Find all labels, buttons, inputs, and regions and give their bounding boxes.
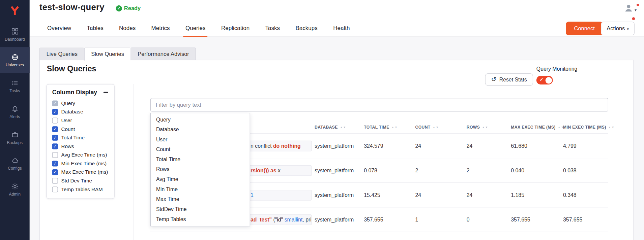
filter-dropdown-item-stddev-time[interactable]: StdDev Time — [151, 204, 250, 214]
filter-dropdown-item-rows[interactable]: Rows — [151, 165, 250, 175]
subtab-performance-advisor[interactable]: Performance Advisor — [130, 47, 196, 60]
filter-dropdown-item-avg-time[interactable]: Avg Time — [151, 175, 250, 185]
filter-dropdown-item-total-time[interactable]: Total Time — [151, 155, 250, 165]
column-option-label: User — [61, 117, 72, 123]
queries-content: Live QueriesSlow QueriesPerformance Advi… — [30, 37, 644, 240]
actions-button[interactable]: Actions▾ — [601, 22, 635, 35]
column-option-label: Max Exec Time (ms) — [61, 169, 108, 175]
checkbox-database[interactable]: ✓ — [52, 109, 58, 114]
slow-queries-table-area: DATABASE▲▼TOTAL TIME▲▼COUNT▲▼ROWS▲▼MAX E… — [150, 60, 608, 240]
min_exec-cell: 4.799 — [563, 143, 608, 149]
checkbox-max-exec-time-ms[interactable]: ✓ — [52, 169, 58, 175]
subtab-live-queries[interactable]: Live Queries — [39, 47, 84, 60]
filter-dropdown-item-min-time[interactable]: Min Time — [151, 184, 250, 195]
tab-tables[interactable]: Tables — [79, 20, 111, 37]
checkbox-min-exec-time-ms[interactable]: ✓ — [52, 161, 58, 166]
checkbox-temp-tables-ram[interactable] — [52, 186, 58, 192]
tab-health[interactable]: Health — [325, 20, 358, 37]
checkbox-std-dev-time[interactable] — [52, 178, 58, 183]
sidebar-item-label: Tasks — [9, 89, 20, 93]
column-header-max_exec[interactable]: MAX EXEC TIME (MS)▲▼ — [511, 125, 563, 129]
sidebar-item-admin[interactable]: Admin — [0, 176, 30, 202]
column-option-label: Count — [61, 126, 75, 132]
column-header-label: COUNT — [415, 125, 430, 129]
filter-dropdown-item-user[interactable]: User — [151, 135, 250, 145]
tab-overview[interactable]: Overview — [39, 20, 79, 37]
connect-button[interactable]: Connect — [566, 22, 603, 35]
query-filter-input[interactable] — [150, 98, 608, 111]
sidebar-item-dashboard[interactable]: Dashboard — [0, 21, 30, 47]
checkbox-avg-exec-time-ms[interactable] — [52, 152, 58, 158]
rows-cell: 24 — [467, 143, 511, 149]
checkbox-total-time[interactable]: ✓ — [52, 135, 58, 140]
chevron-down-icon: ▾ — [627, 27, 629, 31]
column-header-min_exec[interactable]: MIN EXEC TIME (MS)▲▼ — [563, 125, 608, 129]
checkbox-count[interactable]: ✓ — [52, 126, 58, 132]
column-option-max-exec-time-ms[interactable]: ✓Max Exec Time (ms) — [47, 168, 114, 176]
sort-icon: ▲▼ — [391, 126, 398, 129]
sort-icon: ▲▼ — [340, 126, 346, 129]
query-segment: ad_test" — [251, 216, 272, 222]
filter-dropdown-item-count[interactable]: Count — [151, 145, 250, 155]
tab-backups[interactable]: Backups — [288, 20, 325, 37]
column-option-user[interactable]: User — [47, 116, 114, 125]
tasks-icon — [11, 79, 19, 87]
sidebar-item-tasks[interactable]: Tasks — [0, 73, 30, 99]
query-segment: ("id" — [272, 216, 285, 222]
min_exec-cell: 0.038 — [563, 167, 608, 173]
sidebar-item-alerts[interactable]: Alerts — [0, 99, 30, 125]
nav-tabs: OverviewTablesNodesMetricsQueriesReplica… — [39, 20, 358, 37]
sidebar-item-universes[interactable]: Universes — [0, 47, 30, 73]
sidebar: DashboardUniversesTasksAlertsBackupsConf… — [0, 0, 30, 240]
filter-dropdown-item-temp-tables[interactable]: Temp Tables — [151, 214, 250, 225]
collapse-button[interactable] — [103, 90, 109, 94]
subtab-slow-queries[interactable]: Slow Queries — [84, 47, 130, 61]
sidebar-item-backups[interactable]: Backups — [0, 125, 30, 150]
tab-metrics[interactable]: Metrics — [143, 20, 177, 37]
column-option-total-time[interactable]: ✓Total Time — [47, 133, 114, 142]
query-subtabs: Live QueriesSlow QueriesPerformance Advi… — [39, 47, 196, 61]
checkbox-user[interactable] — [52, 117, 58, 123]
sidebar-item-configs[interactable]: Configs — [0, 150, 30, 176]
column-option-avg-exec-time-ms[interactable]: Avg Exec Time (ms) — [47, 150, 114, 159]
column-header-rows[interactable]: ROWS▲▼ — [467, 125, 511, 129]
filter-dropdown-item-max-time[interactable]: Max Time — [151, 195, 250, 205]
column-option-count[interactable]: ✓Count — [47, 125, 114, 133]
column-option-rows[interactable]: ✓Rows — [47, 142, 114, 150]
sidebar-item-label: Configs — [8, 166, 22, 170]
filter-dropdown-item-query[interactable]: Query — [151, 115, 250, 125]
universe-title: test-slow-query — [39, 2, 105, 12]
user-menu[interactable]: ▾ — [624, 3, 637, 14]
column-option-database[interactable]: ✓Database — [47, 107, 114, 116]
filter-dropdown-item-database[interactable]: Database — [151, 125, 250, 135]
status-badge: ✓ Ready — [116, 5, 141, 11]
backups-icon — [11, 131, 19, 138]
tab-replication[interactable]: Replication — [213, 20, 258, 37]
tab-tasks[interactable]: Tasks — [257, 20, 288, 37]
max_exec-cell: 0.040 — [511, 167, 563, 173]
checkbox-rows[interactable]: ✓ — [52, 143, 58, 149]
column-option-label: Min Exec Time (ms) — [61, 161, 107, 166]
sort-icon: ▲▼ — [608, 126, 615, 129]
column-option-min-exec-time-ms[interactable]: ✓Min Exec Time (ms) — [47, 159, 114, 168]
column-header-total_time[interactable]: TOTAL TIME▲▼ — [364, 125, 415, 129]
tab-nodes[interactable]: Nodes — [111, 20, 144, 37]
column-display-column: Column Display ✓Query✓DatabaseUser✓Count… — [40, 84, 134, 240]
column-option-query[interactable]: ✓Query — [47, 99, 114, 108]
query-fragment: rsion()) as x — [251, 166, 281, 175]
column-header-database[interactable]: DATABASE▲▼ — [315, 125, 364, 129]
column-option-temp-tables-ram[interactable]: Temp Tables RAM — [47, 185, 114, 194]
count-cell: 24 — [415, 192, 466, 198]
query-segment: , prim… — [302, 216, 312, 222]
column-header-count[interactable]: COUNT▲▼ — [415, 125, 466, 129]
column-display-title: Column Display — [52, 89, 97, 95]
database-cell: system_platform — [315, 167, 364, 173]
checkbox-query[interactable]: ✓ — [52, 100, 58, 106]
yugabyte-logo-icon[interactable] — [0, 0, 30, 21]
sidebar-item-label: Alerts — [9, 114, 20, 118]
tab-queries[interactable]: Queries — [178, 20, 213, 37]
universe-nav: OverviewTablesNodesMetricsQueriesReplica… — [30, 20, 644, 37]
column-option-std-dev-time[interactable]: Std Dev Time — [47, 176, 114, 185]
configs-icon — [11, 157, 19, 164]
query-segment: x — [276, 167, 281, 173]
